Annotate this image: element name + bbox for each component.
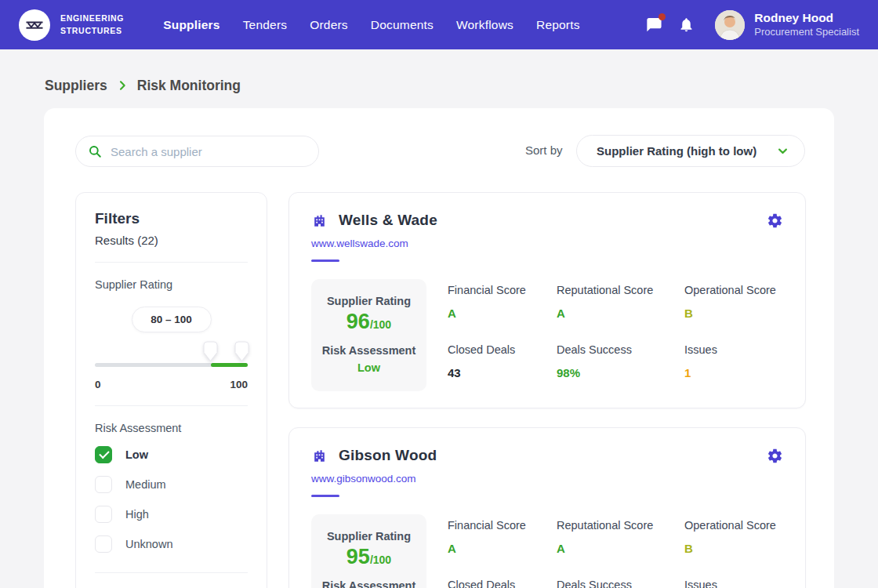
breadcrumb: Suppliers Risk Monitoring [45, 74, 241, 97]
stat-operational-score: Operational Score B [684, 519, 783, 555]
notifications-button[interactable] [678, 16, 695, 33]
stat-label: Deals Success [557, 579, 684, 588]
messages-button[interactable] [644, 16, 662, 34]
rating-suffix: /100 [370, 318, 391, 331]
link-underline [311, 260, 339, 262]
risk-option-high[interactable]: High [95, 505, 248, 524]
stat-label: Closed Deals [448, 343, 557, 356]
main-nav: Suppliers Tenders Orders Documents Workf… [163, 18, 579, 32]
stat-financial-score: Financial Score A [448, 284, 557, 320]
stat-label: Issues [684, 343, 783, 356]
company-logo[interactable] [19, 9, 50, 41]
stat-label: Deals Success [557, 343, 684, 356]
user-menu[interactable]: Rodney Hood Procurement Specialist [754, 10, 859, 39]
stat-value: B [684, 542, 783, 555]
stat-issues: Issues 1 [684, 343, 783, 379]
stat-value: B [684, 307, 783, 320]
stat-value: 43 [448, 366, 557, 379]
checkbox-unchecked[interactable] [95, 506, 112, 523]
card-settings-button[interactable] [767, 212, 783, 229]
rating-value: 96 [346, 310, 370, 333]
rating-range-slider [95, 339, 248, 372]
nav-item-suppliers[interactable]: Suppliers [163, 18, 220, 32]
risk-option-unknown[interactable]: Unknown [95, 535, 248, 554]
filters-panel: Filters Results (22) Supplier Rating 80 … [75, 192, 267, 588]
risk-label: Risk Assessment [311, 344, 426, 357]
search-input[interactable] [111, 145, 307, 158]
risk-option-low[interactable]: Low [95, 445, 248, 464]
card-body: Supplier Rating 95/100 Risk Assessment F… [311, 514, 783, 588]
stat-value: A [448, 542, 557, 555]
nav-right: Rodney Hood Procurement Specialist [644, 10, 859, 40]
divider [95, 405, 248, 406]
breadcrumb-parent[interactable]: Suppliers [45, 78, 107, 94]
stat-reputational-score: Reputational Score A [557, 284, 684, 320]
stat-issues: Issues [684, 579, 783, 588]
card-header: Gibson Wood [311, 447, 783, 464]
bell-icon [678, 16, 695, 33]
card-settings-button[interactable] [767, 448, 783, 464]
filters-title: Filters [95, 210, 248, 227]
rating-score: 96/100 [311, 310, 426, 334]
sort-select[interactable]: Supplier Rating (high to low) [576, 135, 805, 167]
user-avatar[interactable] [715, 10, 745, 40]
stat-value: 1 [684, 366, 783, 379]
content-panel: Sort by Supplier Rating (high to low) Fi… [44, 108, 834, 588]
stat-deals-success: Deals Success 98% [557, 343, 684, 379]
checkbox-checked[interactable] [95, 446, 112, 463]
slider-handle-max[interactable] [234, 341, 249, 362]
user-name: Rodney Hood [754, 10, 859, 26]
rating-range-value: 80 – 100 [132, 307, 212, 332]
card-body: Supplier Rating 96/100 Risk Assessment L… [311, 279, 783, 391]
building-icon [311, 448, 328, 464]
nav-item-reports[interactable]: Reports [536, 18, 580, 32]
stat-closed-deals: Closed Deals [448, 579, 557, 588]
stats-grid: Financial Score A Reputational Score A O… [448, 279, 783, 391]
rating-label: Supplier Rating [311, 530, 426, 543]
gear-icon [767, 448, 783, 464]
search-icon [88, 144, 102, 158]
stat-label: Financial Score [448, 519, 557, 532]
stat-label: Operational Score [684, 284, 783, 296]
nav-item-workflows[interactable]: Workflows [456, 18, 513, 32]
supplier-rating-filter-label: Supplier Rating [95, 278, 248, 291]
link-underline [311, 495, 339, 497]
building-icon [311, 212, 328, 229]
stat-operational-score: Operational Score B [684, 284, 783, 320]
slider-scale: 0 100 [95, 379, 248, 390]
slider-max-label: 100 [230, 379, 248, 390]
rating-score: 95/100 [311, 545, 426, 569]
rating-value: 95 [346, 545, 370, 568]
slider-selected-range [211, 363, 248, 367]
nav-item-tenders[interactable]: Tenders [243, 18, 288, 32]
supplier-website-link[interactable]: www.gibsonwood.com [311, 473, 416, 485]
nav-item-orders[interactable]: Orders [310, 18, 348, 32]
checkbox-label: Low [125, 448, 148, 461]
supplier-name[interactable]: Gibson Wood [339, 447, 437, 464]
divider [95, 572, 248, 573]
slider-min-label: 0 [95, 379, 101, 390]
supplier-website-link[interactable]: www.wellswade.com [311, 238, 408, 249]
chevron-right-icon [116, 79, 129, 92]
slider-handle-min[interactable] [203, 341, 218, 362]
rating-box: Supplier Rating 95/100 Risk Assessment [311, 514, 426, 588]
checkbox-unchecked[interactable] [95, 476, 112, 493]
supplier-name[interactable]: Wells & Wade [339, 212, 437, 229]
stat-label: Closed Deals [448, 579, 557, 588]
gear-icon [767, 212, 783, 229]
checkbox-label: Unknown [125, 538, 172, 550]
risk-label: Risk Assessment [311, 579, 426, 588]
nav-item-documents[interactable]: Documents [371, 18, 434, 32]
stat-value: 98% [557, 366, 684, 379]
divider [95, 262, 248, 263]
stat-financial-score: Financial Score A [448, 519, 557, 555]
sort-selected-value: Supplier Rating (high to low) [597, 144, 756, 158]
sort-by-label: Sort by [525, 143, 563, 157]
risk-option-medium[interactable]: Medium [95, 475, 248, 494]
stat-label: Reputational Score [557, 284, 684, 296]
unread-indicator [658, 13, 666, 20]
results-count: Results (22) [95, 234, 248, 247]
checkbox-unchecked[interactable] [95, 535, 112, 553]
stat-label: Reputational Score [557, 519, 684, 532]
supplier-list: Wells & Wade www.wellswade.com Supplier … [288, 192, 806, 588]
